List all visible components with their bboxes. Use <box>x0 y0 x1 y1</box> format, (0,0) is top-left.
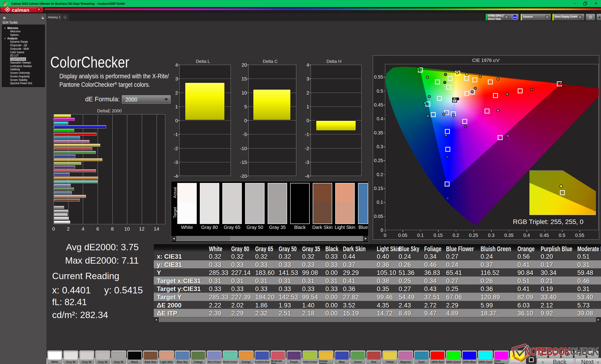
svg-text:CHECK: CHECK <box>570 346 599 357</box>
svg-text:NOTEBOOK: NOTEBOOK <box>524 346 571 357</box>
